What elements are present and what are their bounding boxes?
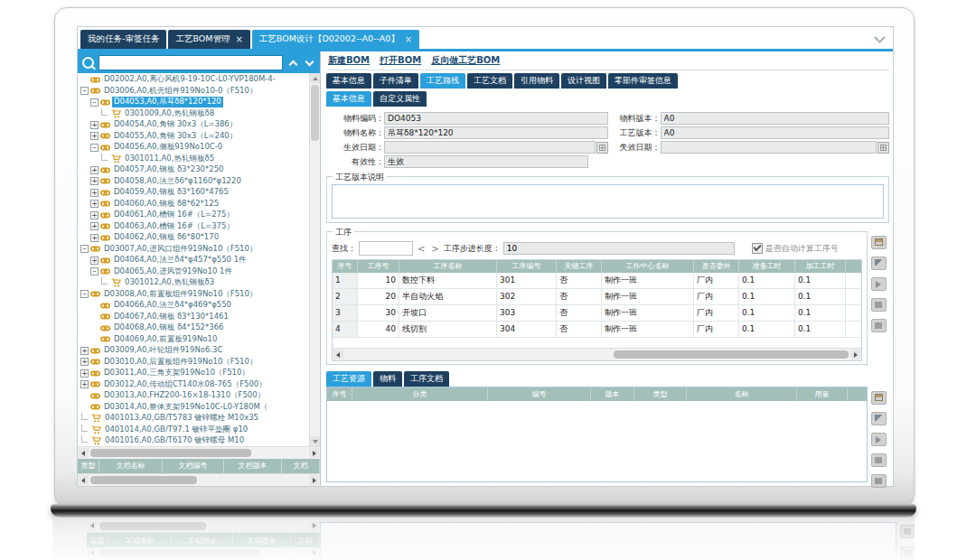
find-next-icon[interactable]: > <box>429 244 440 254</box>
tab[interactable]: 设计视图 <box>561 73 606 89</box>
scroll-left-icon[interactable] <box>79 475 89 485</box>
tree-item[interactable]: +D04063,A0,槽钢 16#（L=375） <box>78 221 309 233</box>
grid-icon[interactable] <box>871 391 887 405</box>
tab[interactable]: 工序文档 <box>404 371 449 387</box>
expander-icon[interactable]: + <box>90 166 99 174</box>
tree-vertical-scrollbar[interactable] <box>309 73 320 446</box>
tree-item[interactable]: +D03010,A0,后置板组件919No10（F510） <box>78 357 309 369</box>
close-icon[interactable]: × <box>235 35 242 44</box>
expander-icon[interactable]: + <box>80 358 89 366</box>
expander-icon[interactable]: + <box>90 222 99 230</box>
expander-icon[interactable]: + <box>90 234 99 242</box>
bom-link[interactable]: 反向做工艺BOM <box>431 54 500 67</box>
auto-calc-checkbox[interactable] <box>752 243 763 254</box>
validity-field[interactable] <box>384 155 588 168</box>
material-name-field[interactable] <box>384 126 608 139</box>
collapse-chevron-icon[interactable] <box>874 32 886 43</box>
table-row[interactable]: 440线切割304否制作一班厂内0.10.1 <box>333 322 861 338</box>
expander-icon[interactable]: + <box>80 347 89 355</box>
window-tab[interactable]: 工艺BOM管理× <box>168 30 249 49</box>
expander-icon[interactable]: + <box>90 177 99 185</box>
square-icon[interactable] <box>871 453 887 467</box>
expander-icon[interactable]: + <box>90 121 99 129</box>
tree-search-input[interactable] <box>99 55 283 70</box>
table-row[interactable]: 330开坡口303否制作一班厂内0.10.1 <box>333 305 861 322</box>
tree-item[interactable]: 0301009,A0,热轧钢板δ8 <box>78 108 309 120</box>
tree-item[interactable]: 0301011,A0,热轧钢板δ5 <box>78 154 309 165</box>
tree-item[interactable]: –D03006,A0,机壳组件919No10-0（F510） <box>78 86 309 98</box>
tree-item[interactable]: +D03009,A0,叶轮组件919No6.3C <box>78 345 309 357</box>
tree-item[interactable]: +D04059,A0,钢板 δ3*160*4765 <box>78 187 309 199</box>
tab[interactable]: 基本信息 <box>326 73 371 89</box>
tab[interactable]: 子件清单 <box>373 73 418 89</box>
tree-item[interactable]: D03014,A0,整体支架919No10C-L0-Y180M（ <box>78 402 309 414</box>
tree-item[interactable]: D03013,A0,FHZ200-16×18-1310（F500） <box>78 390 309 402</box>
version-note-textarea[interactable] <box>332 184 884 219</box>
tree-item[interactable]: 0401016,A0,GB/T6170 镀锌螺母 M10 <box>78 435 309 446</box>
tree-horizontal-scrollbar[interactable] <box>78 446 320 459</box>
close-icon[interactable]: × <box>405 35 412 44</box>
tab[interactable]: 工艺资源 <box>326 371 371 387</box>
search-next-icon[interactable] <box>304 57 315 69</box>
search-prev-icon[interactable] <box>287 57 299 69</box>
tree-item[interactable]: D04069,A0,前置板919No10 <box>78 334 309 346</box>
process-horizontal-scrollbar[interactable] <box>333 348 861 360</box>
expire-date-field[interactable] <box>661 141 877 154</box>
tab[interactable]: 工艺文档 <box>467 73 512 89</box>
tree-item[interactable]: 0401014,A0,GB/T97.1 镀锌平垫圈 φ10 <box>78 425 309 436</box>
expander-icon[interactable]: – <box>90 98 99 107</box>
expander-icon[interactable]: + <box>90 200 99 208</box>
window-tab[interactable]: 工艺BOM设计【D02002--A0--A0】× <box>252 30 419 49</box>
scrollbar-thumb[interactable] <box>311 85 319 141</box>
scroll-left-icon[interactable] <box>79 448 89 458</box>
tree-item[interactable]: D02002,A0,离心风机9-19-10C-L0-YVP180M-4- <box>78 74 309 86</box>
tree-item[interactable]: –D04056,A0,侧板919No10C-0 <box>78 142 309 154</box>
tree-item[interactable]: +D03012,A0,传动组CT140水08-765（F500） <box>78 379 309 391</box>
tab[interactable]: 引用物料 <box>514 73 559 89</box>
table-row[interactable]: 110数控下料301否制作一班厂内0.10.1 <box>333 273 861 289</box>
expander-icon[interactable]: + <box>90 189 99 197</box>
grid-icon[interactable] <box>871 236 887 249</box>
expander-icon[interactable]: – <box>80 245 89 253</box>
tree-item[interactable]: –D04053,A0,吊耳δ8*120*120 <box>78 97 309 108</box>
step-length-input[interactable] <box>503 242 735 255</box>
expander-icon[interactable]: + <box>80 369 89 378</box>
tab[interactable]: 物料 <box>373 371 402 387</box>
table-row[interactable]: 220半自动火焰302否制作一班厂内0.10.1 <box>333 289 861 305</box>
scroll-right-icon[interactable] <box>850 350 860 359</box>
tree-item[interactable]: D04067,A0,钢板 δ3*130*1461 <box>78 312 309 323</box>
material-code-field[interactable] <box>384 112 608 125</box>
tree-item[interactable]: +D04062,A0,钢板 δ6*80*170 <box>78 232 309 244</box>
expander-icon[interactable]: + <box>90 257 99 265</box>
tree-item[interactable]: +D04054,A0,角钢 30x3（L=386） <box>78 119 309 131</box>
expander-icon[interactable]: + <box>90 211 99 219</box>
scroll-right-icon[interactable] <box>309 448 319 458</box>
scrollbar-thumb[interactable] <box>614 350 849 359</box>
tree-item[interactable]: 0401013,A0,GB/T5783 镀锌螺栓 M10x35 <box>78 413 309 425</box>
tree-item[interactable]: +D04057,A0,钢板 δ3*230*250 <box>78 164 309 176</box>
tree-item[interactable]: +D04060,A0,钢板 δ8*62*125 <box>78 199 309 210</box>
expander-icon[interactable]: + <box>90 132 99 140</box>
tree-item[interactable]: +D04055,A0,角钢 30x3（L=240） <box>78 131 309 143</box>
tab[interactable]: 工艺路线 <box>420 73 465 89</box>
tree-item[interactable]: –D04065,A0,进风管919No10 1件 <box>78 266 309 278</box>
expander-icon[interactable]: – <box>80 87 89 95</box>
tree-item[interactable]: +D04064,A0,法兰δ4*φ457*φ550 1件 <box>78 255 309 266</box>
process-version-field[interactable] <box>661 126 890 139</box>
tree-item[interactable]: –D03007,A0,进风口组件919No10（F510） <box>78 244 309 256</box>
expander-icon[interactable]: – <box>80 290 89 298</box>
scroll-up-icon[interactable] <box>310 73 320 83</box>
scroll-left-icon[interactable] <box>333 350 343 359</box>
tree-item[interactable]: D04066,A0,法兰δ4*φ469*φ550 <box>78 300 309 312</box>
square-icon[interactable] <box>871 319 887 332</box>
expander-icon[interactable]: + <box>80 380 89 388</box>
flag-icon[interactable] <box>871 412 887 425</box>
find-prev-icon[interactable]: < <box>416 244 427 254</box>
tab[interactable]: 零部件审签信息 <box>608 73 678 89</box>
scrollbar-thumb[interactable] <box>90 449 251 457</box>
tree-item[interactable]: –D03008,A0,前置板组件919No10（F510） <box>78 289 309 301</box>
bom-link[interactable]: 打开BOM <box>380 54 421 67</box>
scrollbar-thumb[interactable] <box>90 476 197 484</box>
tree-item[interactable]: +D03011,A0,三角支架919No10（F510） <box>78 368 309 379</box>
bom-link[interactable]: 新建BOM <box>328 54 370 67</box>
